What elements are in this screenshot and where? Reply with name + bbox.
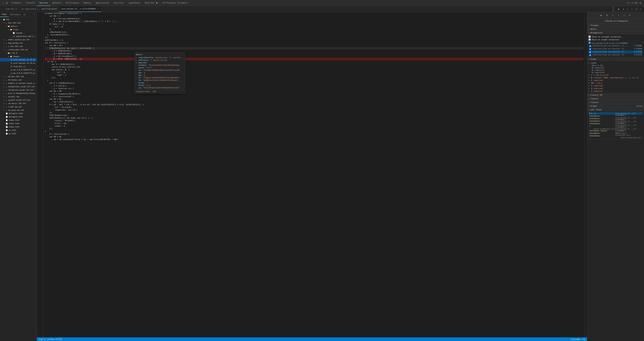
code-line[interactable]: , X = new Error(Rm(0x696)) + j[Rm(0x653)… <box>45 20 583 23</box>
code-line[interactable]: } <box>45 130 583 133</box>
tooltip-expand-icon[interactable] <box>136 62 137 64</box>
code-line[interactable]: 'requestId': w1['id'] <box>45 109 583 111</box>
code-line[interactable]: D = function(w2) { <box>45 133 583 136</box>
tree-item[interactable]: 📄delegate.html <box>0 115 37 118</box>
tree-item[interactable]: ☁qiyukf.com <box>0 95 37 98</box>
section-header-closure[interactable]: ▸Closure <box>587 101 644 104</box>
tree-item[interactable]: jsload.min.js <box>0 65 37 68</box>
menu-icon[interactable]: ☰ <box>5 2 8 4</box>
tree-item[interactable]: jsneguardian.umd.1.0.0.js <box>0 34 37 38</box>
code-line[interactable]: }), <box>45 111 583 114</box>
code-line[interactable]: if (X) { <box>45 60 583 63</box>
tree-item[interactable]: 📄pc.html <box>0 132 37 135</box>
nav-tab-performance[interactable]: Performance <box>64 0 81 6</box>
tree-item[interactable]: jswm.3.0.0_33d41777.min.js?v=2 <box>0 68 37 72</box>
section-header-global[interactable]: ▸GlobalWindow <box>587 104 644 108</box>
deactivate-button[interactable]: →| <box>634 7 638 11</box>
nav-tab-memory[interactable]: Memory <box>81 0 93 6</box>
breakpoint-item[interactable]: (function(){var w=['passive','d... 1:177… <box>588 54 643 56</box>
pause-uncaught-checkbox[interactable] <box>588 36 591 38</box>
tree-item[interactable]: ☁necaptcha1.nosdn.127.net <box>0 85 37 88</box>
file-tab[interactable]: load.min.js <box>3 6 20 12</box>
tree-item[interactable]: ☁wp.qiye.qq.com <box>0 108 37 112</box>
panel-tabs-more[interactable]: >> <box>22 12 26 17</box>
breakpoint-item[interactable]: (function(){var w=['passive','d... 1:177… <box>588 50 643 54</box>
debug-btn-resume[interactable]: ▶ <box>599 13 604 18</box>
code-line[interactable]: , N = String(j[Rm(0x5c5)]) <box>45 18 583 20</box>
code-line[interactable]: , b = function(w2) { <box>45 95 583 98</box>
code-line[interactable]: , w3 = P[RY(0x3ff)]; <box>45 101 583 103</box>
code-line[interactable]: var RY = RL <box>45 98 583 101</box>
bp-checkbox[interactable] <box>589 45 591 47</box>
file-tab[interactable]: pt_experience_c...b8677592e4b98f <box>20 6 59 12</box>
code-line[interactable]: S[RY(0x4a4)](w2), <box>45 114 583 117</box>
nav-tab-application[interactable]: Application <box>93 0 111 6</box>
section-header-watch[interactable]: ▸Watch <box>587 27 644 31</box>
tree-item[interactable]: ☁cstaticdun.126.net <box>0 48 37 51</box>
tree-item[interactable]: ☁hubble-js-bucket.nosdn.127.net <box>0 82 37 85</box>
warn-badge[interactable]: ⚠ 4 <box>630 2 633 4</box>
scope-section-header-P[interactable]: ▸Pundefined <box>588 79 643 82</box>
code-line[interactable]: q[R7(0x394)] = I; <box>45 39 583 42</box>
code-line[interactable]: A[RY(0x646)](j) && J(w0, w1['id'], j, { <box>45 117 583 120</box>
code-line[interactable]: var P = Y(N[RO(0x5c5)]) <box>45 82 583 84</box>
code-line[interactable]: var Rm = C <box>45 15 583 18</box>
nav-tab-security[interactable]: Security <box>112 0 126 6</box>
section-header-closure (h)[interactable]: ▸Closure (H) <box>587 93 644 97</box>
tree-item[interactable]: 📄index.html <box>0 125 37 128</box>
nav-tab-elements[interactable]: Elements <box>10 0 24 6</box>
tab-page[interactable]: Page <box>0 12 8 17</box>
code-line[interactable]: 'index': U <box>45 125 583 128</box>
code-line[interactable]: 'url': E, <box>45 71 583 74</box>
bp-checkbox[interactable] <box>589 48 591 50</box>
devtools-icon[interactable]: ⬚ <box>2 2 5 4</box>
tree-item[interactable]: ☁admin.qidian.qq.com <box>0 38 37 41</box>
code-line[interactable]: return Array['isArray'](E) <box>45 66 583 68</box>
debug-btn-step[interactable]: → <box>622 13 626 18</box>
tree-item[interactable]: 📄delegate.html <box>0 112 37 115</box>
section-header-breakpoints[interactable]: ▾Breakpoints <box>587 31 644 34</box>
scope-section-header-X[interactable]: ▸Xundefined <box>588 87 643 90</box>
code-line[interactable]: , Z = N['checkResult'] <box>45 55 583 58</box>
code-line[interactable]: ● B = BF(N, [DRO(0x2e6), 'or <box>45 58 583 60</box>
back-button[interactable]: ← <box>639 7 643 11</box>
pause-caught-checkbox[interactable] <box>588 38 591 40</box>
code-line[interactable]: 'error': w2, <box>45 122 583 125</box>
nav-tab-network[interactable]: Network <box>50 0 64 6</box>
tree-item[interactable]: ☁bqq.gtimg.com <box>0 41 37 44</box>
tree-item[interactable]: ☁t.gdt.qq.com <box>0 105 37 108</box>
breakpoint-item[interactable]: (function(){var w=['passive','d... 1:176… <box>588 44 643 48</box>
code-line[interactable]: window['setTimeout'](function() { <box>45 12 583 15</box>
step-down-button[interactable]: ↓ <box>626 7 630 11</box>
code-line[interactable]: var H = function(j) { <box>45 42 583 44</box>
breakpoint-item[interactable]: (function(){var w=['passive','d... 1:176… <box>588 48 643 50</box>
nav-tab-lighthouse[interactable]: Lighthouse <box>126 0 142 6</box>
format-button[interactable]: { } <box>612 7 616 11</box>
debug-btn-step-out[interactable]: ↑ <box>616 13 621 18</box>
call-stack-item[interactable]: H.I..q.core-optimi.v2...js?v=2838683:1 <box>588 112 643 115</box>
code-area[interactable]: ----------------------------------------… <box>37 12 584 337</box>
bp-checkbox[interactable] <box>589 51 591 53</box>
tree-item[interactable]: 📄index.html <box>0 118 37 122</box>
code-line[interactable]: 'url': N <box>45 26 583 28</box>
scope-section-header-Z[interactable]: ▸Zundefined <box>588 90 643 92</box>
tree-item[interactable]: jswm.3.0.0_33d41777.min.js?v=2 <box>0 72 37 75</box>
code-line[interactable]: , U = arguments[RL(0x3ff)] <box>45 92 583 95</box>
resume-button[interactable]: ▶ <box>617 7 621 11</box>
nav-tab-console[interactable]: Console <box>24 0 37 6</box>
tooltip-expand-icon[interactable] <box>136 56 137 59</box>
tree-item[interactable]: 📁public <box>0 24 37 28</box>
debug-btn-step-over[interactable]: ⟳ <box>605 13 609 18</box>
scope-section-header-RO[interactable]: ▸ROf C(Q,z) <box>588 82 643 84</box>
code-line[interactable]: , G = function x() { <box>45 87 583 90</box>
tree-item[interactable]: ☁da.dun.163.com <box>0 75 37 78</box>
tree-item[interactable]: ☁c.dun.163.com <box>0 44 37 48</box>
code-line[interactable]: }, this[RA(0x159)]); <box>45 34 583 36</box>
code-line[interactable]: 'type': j <box>45 74 583 76</box>
code-line[interactable]: I[Rd(0x61a)](j) && (q[j] = function(N) { <box>45 47 583 50</box>
debug-btn-deactivate[interactable]: ⊘ <box>628 13 632 18</box>
code-line[interactable]: })); <box>45 76 583 79</box>
code-line[interactable]: var RV = RL <box>45 136 583 138</box>
code-line[interactable]: var E = B[RO(0x5c5)]; <box>45 63 583 66</box>
file-tab-close-icon[interactable]: ✕ <box>97 8 99 10</box>
